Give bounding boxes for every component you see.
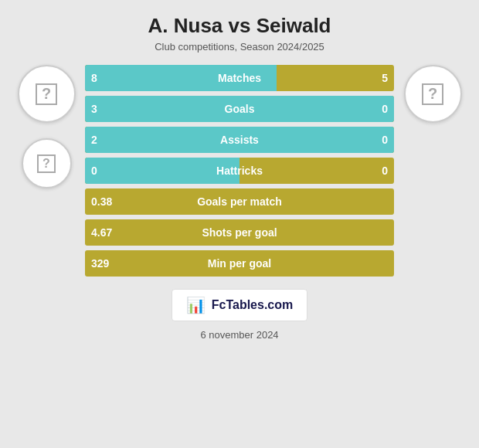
right-player-avatar-1: ? [404, 65, 462, 123]
logo-chart-icon: 📊 [186, 296, 206, 314]
stat-label-2: Assists [85, 134, 394, 146]
stat-row-compare-2: 2Assists0 [85, 127, 394, 153]
match-title: A. Nusa vs Seiwald [148, 14, 331, 38]
stat-row-compare-3: 0Hattricks0 [85, 158, 394, 184]
match-subtitle: Club competitions, Season 2024/2025 [148, 41, 331, 53]
stat-single-label-4: Goals per match [85, 195, 394, 208]
left-player-avatar-2: ? [22, 138, 72, 188]
logo-area: 📊 FcTables.com [172, 289, 308, 321]
stat-single-label-5: Shots per goal [85, 226, 394, 239]
main-content: ? ? 8Matches53Goals02Assists00Hattricks0… [0, 65, 479, 277]
left-player-photo-1: ? [36, 83, 57, 105]
stat-label-3: Hattricks [85, 165, 394, 177]
right-player-photo-1: ? [422, 83, 443, 105]
logo-text: FcTables.com [212, 298, 294, 312]
stat-right-val-3: 0 [382, 165, 388, 177]
stat-label-0: Matches [85, 72, 394, 84]
left-player-avatar-1: ? [18, 65, 76, 123]
stats-area: 8Matches53Goals02Assists00Hattricks00.38… [85, 65, 394, 277]
stat-row-compare-0: 8Matches5 [85, 65, 394, 91]
stat-right-val-1: 0 [382, 103, 388, 115]
stat-right-val-2: 0 [382, 134, 388, 146]
stat-single-label-6: Min per goal [85, 257, 394, 270]
left-player-avatars: ? ? [8, 65, 85, 188]
stat-row-single-4: 0.38Goals per match [85, 188, 394, 215]
header: A. Nusa vs Seiwald Club competitions, Se… [141, 0, 339, 57]
left-player-photo-2: ? [37, 154, 56, 173]
stat-row-single-5: 4.67Shots per goal [85, 219, 394, 246]
stat-label-1: Goals [85, 103, 394, 115]
stat-row-single-6: 329Min per goal [85, 250, 394, 277]
stat-right-val-0: 5 [382, 72, 388, 84]
right-player-avatars: ? [394, 65, 471, 123]
stat-row-compare-1: 3Goals0 [85, 96, 394, 122]
date-label: 6 november 2024 [200, 329, 278, 341]
page-container: A. Nusa vs Seiwald Club competitions, Se… [0, 0, 479, 448]
